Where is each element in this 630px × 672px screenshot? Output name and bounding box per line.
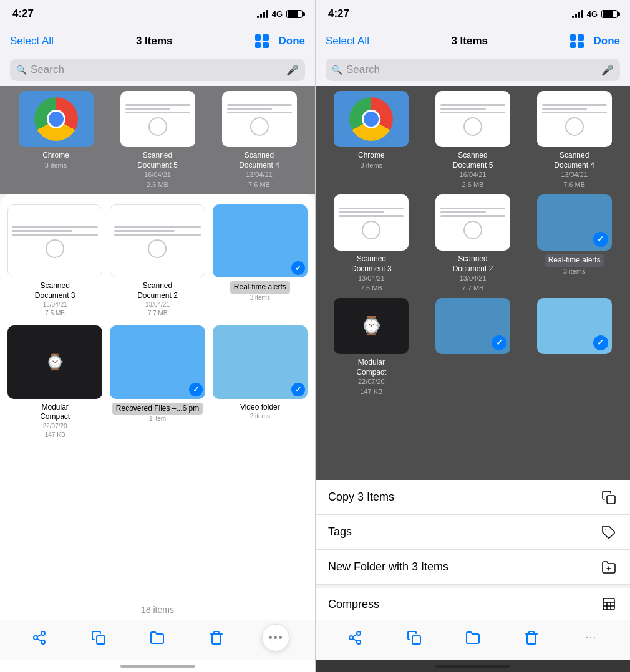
file-meta-doc3-left: 13/04/217.5 MB [43,300,67,318]
more-button-left[interactable] [262,624,289,651]
file-meta-recovered-left: 1 item [149,415,166,423]
search-placeholder-left: Search [31,64,283,76]
search-field-left[interactable]: 🔍 Search 🎤 [10,59,305,81]
tags-label: Tags [328,526,352,539]
file-name-watch-right: ModularCompact [356,358,386,377]
context-copy-items[interactable]: Copy 3 Items [316,480,630,515]
done-button-right[interactable]: Done [594,35,621,47]
search-bar-right: 🔍 Search 🎤 [316,55,630,86]
select-all-left[interactable]: Select All [10,35,54,47]
mid-files-grid-right: ScannedDocument 3 13/04/217.5 MB Scanned… [316,194,630,298]
nav-title-right: 3 Items [451,35,488,47]
top-files-grid-right: Chrome 3 items ScannedDocument 5 16/04/2… [316,86,630,194]
share-icon-right [347,630,362,645]
file-meta-realtime-left: 3 items [250,294,270,302]
mic-icon-left[interactable]: 🎤 [286,64,299,76]
folder-icon-left [150,630,165,645]
right-panel: 4:27 4G Select All 3 Items Done [315,0,630,672]
context-tags[interactable]: Tags [316,515,630,550]
file-meta-doc4-right: 13/04/217.6 MB [561,170,588,190]
share-button-right[interactable] [341,624,369,651]
home-indicator-left [0,660,315,672]
file-name-doc3-right: ScannedDocument 3 [351,254,392,274]
new-folder-icon [600,559,618,576]
file-doc3-left[interactable]: ScannedDocument 3 13/04/217.5 MB [7,204,102,318]
file-doc5-right[interactable]: ScannedDocument 5 16/04/212.6 MB [425,91,521,190]
trash-icon-right [524,630,539,645]
copy-icon-right [407,630,422,645]
nav-right-left: Done [255,34,306,48]
top-files-grid-left: Chrome 3 items ScannedDocument 5 16/04/2… [0,86,315,194]
file-meta-realtime-right: 3 items [563,267,585,276]
trash-button-right[interactable] [518,624,545,651]
file-name-doc5-left: ScannedDocument 5 [137,151,178,170]
file-video-right[interactable]: ✓ [526,298,623,396]
trash-button-left[interactable] [203,624,230,651]
folder-button-left[interactable] [143,624,171,651]
file-doc3-right[interactable]: ScannedDocument 3 13/04/217.5 MB [323,194,420,293]
more-button-right[interactable] [577,624,604,651]
search-field-right[interactable]: 🔍 Search 🎤 [326,59,620,81]
file-meta-doc5-right: 16/04/212.6 MB [460,170,487,190]
copy-button-left[interactable] [85,624,112,651]
new-folder-label: New Folder with 3 Items [328,560,448,574]
file-video-left[interactable]: ✓ Video folder 2 items [213,325,308,439]
file-meta-doc3-right: 13/04/217.5 MB [358,274,385,293]
select-all-right[interactable]: Select All [326,35,369,47]
folder-button-right[interactable] [459,624,487,651]
share-button-left[interactable] [26,624,53,651]
mic-icon-right[interactable]: 🎤 [601,64,614,76]
nav-right-right: Done [570,34,621,48]
selected-check-video-right: ✓ [593,335,608,350]
bottom-files-grid-right: ⌚ ModularCompact 22/07/20147 KB ✓ ✓ [316,298,630,401]
compress-icon [600,595,618,613]
time-right: 4:27 [328,7,349,20]
file-recovered-left[interactable]: ✓ Recovered Files –...6 pm 1 item [110,325,205,439]
file-doc5-left[interactable]: ScannedDocument 5 16/04/212.6 MB [109,91,206,190]
file-name-doc4-left: ScannedDocument 4 [239,151,279,170]
grid-view-icon-right[interactable] [570,34,584,48]
context-compress[interactable]: Compress [316,585,630,620]
file-watch-right[interactable]: ⌚ ModularCompact 22/07/20147 KB [323,298,420,396]
svg-rect-0 [97,636,105,644]
file-name-doc2-right: ScannedDocument 2 [453,254,493,274]
file-name-video-left: Video folder [240,403,280,413]
file-meta-doc2-right: 13/04/217.7 MB [460,274,487,293]
time-left: 4:27 [12,7,34,20]
file-name-doc4-right: ScannedDocument 4 [554,151,594,170]
grid-view-icon-left[interactable] [255,34,269,48]
context-new-folder[interactable]: New Folder with 3 Items [316,550,630,585]
file-folder-realtime-left[interactable]: ✓ Real-time alerts 3 items [213,204,308,318]
file-name-chrome-right: Chrome [358,151,385,161]
file-watch-left[interactable]: ⌚ ModularCompact 22/07/20147 KB [7,325,102,439]
done-button-left[interactable]: Done [279,35,306,47]
file-chrome-left[interactable]: Chrome 3 items [7,91,104,190]
selected-check-recovered-right: ✓ [492,335,506,350]
file-recovered-right[interactable]: ✓ [425,298,521,396]
selected-check-video: ✓ [291,383,305,396]
file-meta-watch-right: 22/07/20147 KB [358,377,385,396]
file-doc4-left[interactable]: ScannedDocument 4 13/04/217.6 MB [211,91,308,190]
signal-right [572,9,583,18]
file-meta-chrome-left: 3 items [45,161,67,170]
file-name-chrome-left: Chrome [42,151,69,161]
toolbar-left [0,620,315,660]
file-name-recovered-left: Recovered Files –...6 pm [112,403,203,415]
file-chrome-right[interactable]: Chrome 3 items [323,91,420,190]
folder-icon-right [465,630,480,645]
file-meta-doc2-left: 13/04/217.7 MB [145,300,170,318]
copy-icon-left [91,630,106,645]
file-doc4-right[interactable]: ScannedDocument 4 13/04/217.6 MB [526,91,623,190]
file-doc2-right[interactable]: ScannedDocument 2 13/04/217.7 MB [425,194,521,293]
nav-bar-left: Select All 3 Items Done [0,27,315,55]
copy-button-right[interactable] [400,624,428,651]
left-panel: 4:27 4G Select All 3 Items Done [0,0,315,672]
nav-title-left: 3 Items [136,35,173,47]
svg-rect-10 [412,636,420,644]
file-folder-realtime-right[interactable]: ✓ Real-time alerts 3 items [526,194,623,293]
selected-check-realtime-right: ✓ [593,232,608,247]
search-placeholder-right: Search [346,64,598,76]
context-menu-overlay: Copy 3 Items Tags [316,480,630,672]
file-doc2-left[interactable]: ScannedDocument 2 13/04/217.7 MB [110,204,205,318]
network-left: 4G [272,9,283,19]
